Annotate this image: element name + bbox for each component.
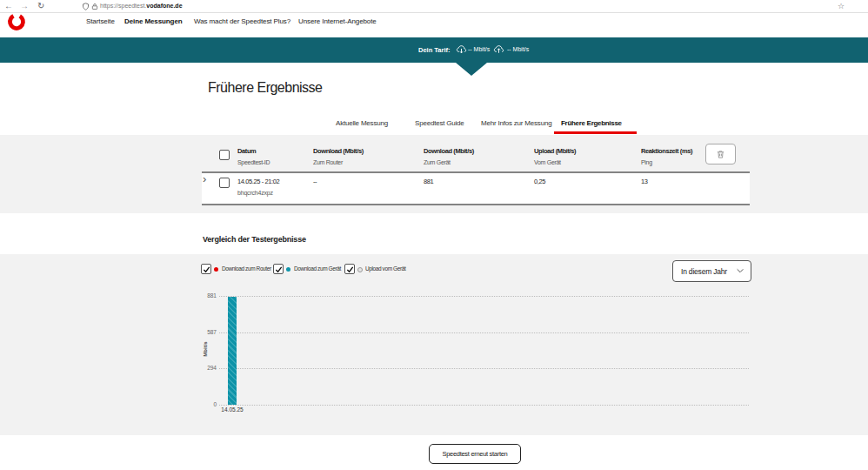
col-datum: Datum bbox=[237, 147, 256, 155]
col-reaktionszeit-sub: Ping bbox=[641, 159, 652, 165]
vodafone-logo[interactable] bbox=[7, 12, 26, 31]
row-checkbox[interactable] bbox=[219, 178, 230, 188]
row-expand-chevron-icon[interactable]: › bbox=[203, 172, 206, 185]
table-row-bg bbox=[202, 173, 750, 204]
col-download-router: Download (Mbit/s) bbox=[313, 147, 364, 155]
ytick-881: 881 bbox=[190, 292, 217, 299]
x-axis-tick-label: 14.05.25 bbox=[217, 406, 248, 413]
cell-ping: 13 bbox=[641, 178, 648, 185]
restart-speedtest-button[interactable]: Speedtest erneut starten bbox=[429, 444, 521, 464]
cell-download-geraet: 881 bbox=[424, 178, 433, 185]
legend-dot-download-router bbox=[214, 267, 218, 272]
check-icon bbox=[203, 265, 210, 273]
filter-checkbox-download-router[interactable] bbox=[201, 264, 211, 274]
nav-startseite[interactable]: Startseite bbox=[86, 17, 115, 25]
nav-speedtest-plus[interactable]: Was macht der Speedtest Plus? bbox=[194, 17, 290, 25]
nav-internet-angebote[interactable]: Unsere Internet-Angebote bbox=[298, 17, 377, 25]
col-download-geraet-sub: Zum Gerät bbox=[424, 159, 451, 165]
delete-button[interactable] bbox=[705, 144, 736, 164]
col-reaktionszeit: Reaktionszeit (ms) bbox=[641, 147, 692, 155]
filter-checkbox-download-geraet[interactable] bbox=[273, 264, 284, 274]
chevron-down-icon bbox=[737, 268, 744, 273]
browser-toolbar: ← → ↻ https://speedtest.vodafone.de ☆ bbox=[0, 0, 868, 13]
time-range-value: In diesem Jahr bbox=[681, 267, 727, 276]
check-icon bbox=[275, 265, 283, 273]
tariff-bar-pointer bbox=[456, 63, 487, 76]
filter-label-upload-geraet: Upload vom Gerät bbox=[365, 265, 405, 272]
url-prefix: https://speedtest. bbox=[100, 3, 146, 9]
cell-download-router: -- bbox=[313, 178, 317, 185]
col-download-geraet: Download (Mbit/s) bbox=[424, 147, 474, 155]
gridline bbox=[219, 405, 749, 406]
site-nav: Startseite Deine Messungen Was macht der… bbox=[0, 13, 868, 37]
gridline bbox=[219, 332, 749, 333]
download-icon bbox=[456, 44, 467, 55]
tariff-upload-value: -- Mbit/s bbox=[507, 46, 529, 52]
tariff-download-value: -- Mbit/s bbox=[468, 46, 490, 52]
shield-icon[interactable] bbox=[82, 3, 90, 10]
table-header-divider bbox=[202, 171, 750, 173]
filter-checkbox-upload-geraet[interactable] bbox=[344, 264, 355, 274]
gridline bbox=[219, 368, 749, 369]
lock-icon bbox=[91, 3, 98, 10]
col-download-router-sub: Zum Router bbox=[313, 159, 343, 165]
active-tab-underline bbox=[554, 131, 637, 134]
comparison-title: Vergleich der Testergebnisse bbox=[203, 235, 306, 244]
forward-icon[interactable]: → bbox=[20, 0, 29, 12]
tab-mehr-infos[interactable]: Mehr Infos zur Messung bbox=[481, 119, 551, 127]
select-all-checkbox[interactable] bbox=[219, 150, 230, 160]
y-axis-label: Mbit/s bbox=[203, 332, 208, 366]
tab-aktuelle-messung[interactable]: Aktuelle Messung bbox=[336, 119, 388, 127]
tab-speedtest-guide[interactable]: Speedtest Guide bbox=[415, 119, 464, 127]
trash-icon bbox=[716, 150, 725, 159]
time-range-select[interactable]: In diesem Jahr bbox=[672, 260, 751, 282]
tab-fruehere-ergebnisse[interactable]: Frühere Ergebnisse bbox=[561, 119, 622, 127]
gridline bbox=[219, 296, 749, 297]
check-icon bbox=[346, 265, 354, 273]
filter-label-download-router: Download zum Router bbox=[222, 265, 271, 272]
cell-datum: 14.05.25 - 21:02 bbox=[237, 178, 279, 185]
back-icon[interactable]: ← bbox=[4, 0, 13, 12]
url-bar[interactable]: https://speedtest.vodafone.de bbox=[100, 0, 183, 12]
legend-dot-download-geraet bbox=[286, 267, 290, 272]
tariff-label: Dein Tarif: bbox=[418, 46, 451, 54]
url-domain: vodafone.de bbox=[146, 3, 182, 9]
table-row-divider bbox=[202, 204, 750, 205]
col-upload-geraet-sub: Vom Gerät bbox=[534, 159, 561, 165]
legend-dot-upload-geraet bbox=[357, 267, 363, 272]
filter-label-download-geraet: Download zum Gerät bbox=[294, 265, 341, 272]
chart-bar-download-geraet[interactable] bbox=[228, 297, 237, 405]
reload-icon[interactable]: ↻ bbox=[37, 0, 44, 12]
page-title: Frühere Ergebnisse bbox=[208, 80, 323, 96]
cell-upload-geraet: 0,25 bbox=[534, 178, 545, 185]
bookmark-star-icon[interactable]: ☆ bbox=[838, 0, 845, 12]
ytick-0: 0 bbox=[190, 401, 217, 407]
speedtest-page: ← → ↻ https://speedtest.vodafone.de ☆ St… bbox=[0, 0, 868, 470]
nav-deine-messungen[interactable]: Deine Messungen bbox=[124, 17, 183, 25]
cell-speedtest-id: bhqcrch4zxpz bbox=[237, 190, 273, 196]
upload-icon bbox=[493, 44, 504, 55]
col-datum-sub: Speedtest-ID bbox=[237, 159, 270, 165]
col-upload-geraet: Upload (Mbit/s) bbox=[534, 147, 576, 155]
